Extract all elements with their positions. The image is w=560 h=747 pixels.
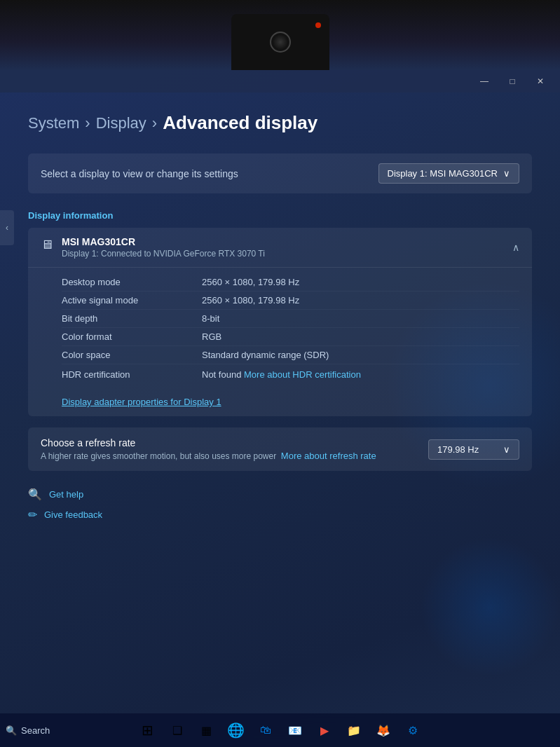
- glow-bottom-right: [420, 537, 560, 677]
- camera-bar: [0, 0, 560, 70]
- camera-lens: [270, 32, 291, 53]
- settings-window: — □ ✕ ‹ System › Display › Advanced disp…: [0, 70, 560, 747]
- media-icon[interactable]: ▶: [310, 716, 339, 744]
- store-icon[interactable]: 🛍: [252, 716, 280, 744]
- close-button[interactable]: ✕: [526, 71, 554, 91]
- explorer-icon[interactable]: 📁: [340, 716, 368, 744]
- display-selector-dropdown[interactable]: Display 1: MSI MAG301CR ∨: [378, 163, 520, 184]
- sidebar-toggle-button[interactable]: ‹: [0, 210, 14, 245]
- hdr-cert-link[interactable]: More about HDR certification: [244, 369, 361, 380]
- desktop-mode-value: 2560 × 1080, 179.98 Hz: [202, 277, 299, 287]
- display-info-header-left: 🖥 MSI MAG301CR Display 1: Connected to N…: [41, 236, 265, 259]
- monitor-subtitle: Display 1: Connected to NVIDIA GeForce R…: [62, 249, 265, 259]
- taskview-icon[interactable]: ❑: [163, 716, 191, 744]
- table-row: Bit depth 8-bit: [62, 310, 519, 328]
- refresh-rate-link[interactable]: More about refresh rate: [281, 451, 376, 461]
- help-links: 🔍 Get help ✏ Give feedback: [28, 488, 532, 521]
- table-row: Color format RGB: [62, 328, 519, 346]
- taskbar: 🔍 Search ⊞ ❑ ▦ 🌐 🛍 📧 ▶ 📁 🦊 ⚙: [0, 713, 560, 747]
- display-info-title-block: MSI MAG301CR Display 1: Connected to NVI…: [62, 236, 265, 259]
- camera-red-dot: [315, 22, 321, 28]
- give-feedback-icon: ✏: [28, 508, 37, 521]
- edge-icon[interactable]: 🌐: [222, 716, 250, 744]
- hdr-cert-label: HDR certification: [62, 369, 202, 380]
- hdr-cert-text: Not found: [202, 369, 244, 380]
- maximize-button[interactable]: □: [498, 71, 526, 91]
- color-space-label: Color space: [62, 350, 202, 360]
- table-row: Active signal mode 2560 × 1080, 179.98 H…: [62, 292, 519, 310]
- bit-depth-value: 8-bit: [202, 313, 219, 324]
- table-row: Desktop mode 2560 × 1080, 179.98 Hz: [62, 273, 519, 292]
- minimize-button[interactable]: —: [470, 71, 498, 91]
- breadcrumb-display[interactable]: Display: [96, 114, 146, 132]
- bit-depth-label: Bit depth: [62, 313, 202, 324]
- signal-mode-value: 2560 × 1080, 179.98 Hz: [202, 295, 299, 306]
- display-selector-value: Display 1: MSI MAG301CR: [388, 168, 498, 179]
- refresh-rate-value: 179.98 Hz: [437, 444, 479, 455]
- give-feedback-link[interactable]: ✏ Give feedback: [28, 508, 532, 521]
- firefox-icon[interactable]: 🦊: [369, 716, 397, 744]
- taskbar-icons: ⊞ ❑ ▦ 🌐 🛍 📧 ▶ 📁 🦊 ⚙: [134, 716, 427, 744]
- selector-label: Select a display to view or change its s…: [41, 168, 238, 179]
- taskbar-search-label: Search: [21, 725, 50, 736]
- display-info-section-title: Display information: [28, 210, 532, 221]
- titlebar: — □ ✕: [0, 70, 560, 92]
- widgets-icon[interactable]: ▦: [193, 716, 221, 744]
- taskbar-search[interactable]: 🔍 Search: [6, 725, 50, 736]
- start-icon[interactable]: ⊞: [134, 716, 162, 744]
- mail-icon[interactable]: 📧: [281, 716, 309, 744]
- adapter-link-row: Display adapter properties for Display 1: [28, 390, 532, 416]
- display-info-header[interactable]: 🖥 MSI MAG301CR Display 1: Connected to N…: [28, 228, 532, 268]
- refresh-rate-chevron-icon: ∨: [503, 444, 510, 455]
- monitor-name: MSI MAG301CR: [62, 236, 265, 247]
- color-format-value: RGB: [202, 331, 221, 342]
- breadcrumb-sep-1: ›: [85, 114, 90, 132]
- breadcrumb-sep-2: ›: [152, 114, 157, 132]
- refresh-rate-desc-text: A higher rate gives smoother motion, but…: [41, 451, 276, 461]
- refresh-rate-card: Choose a refresh rate A higher rate give…: [28, 427, 532, 471]
- adapter-properties-link[interactable]: Display adapter properties for Display 1: [62, 397, 221, 407]
- camera-device: [231, 14, 329, 70]
- display-selector-row: Select a display to view or change its s…: [28, 153, 532, 193]
- monitor-icon: 🖥: [41, 238, 53, 252]
- table-row: Color space Standard dynamic range (SDR): [62, 346, 519, 364]
- refresh-rate-title: Choose a refresh rate: [41, 437, 376, 448]
- desktop-mode-label: Desktop mode: [62, 277, 202, 287]
- display-info-rows: Desktop mode 2560 × 1080, 179.98 Hz Acti…: [28, 268, 532, 390]
- display-info-card: 🖥 MSI MAG301CR Display 1: Connected to N…: [28, 228, 532, 416]
- main-content: System › Display › Advanced display Sele…: [0, 92, 560, 535]
- breadcrumb-system[interactable]: System: [28, 114, 79, 132]
- refresh-rate-dropdown[interactable]: 179.98 Hz ∨: [428, 439, 519, 460]
- color-space-value: Standard dynamic range (SDR): [202, 350, 329, 360]
- signal-mode-label: Active signal mode: [62, 295, 202, 306]
- settings-taskbar-icon[interactable]: ⚙: [399, 716, 427, 744]
- refresh-card-left: Choose a refresh rate A higher rate give…: [41, 437, 376, 461]
- taskbar-search-icon: 🔍: [6, 725, 17, 736]
- display-info-chevron-icon: ∧: [512, 242, 519, 253]
- get-help-text: Get help: [49, 489, 83, 500]
- get-help-link[interactable]: 🔍 Get help: [28, 488, 532, 501]
- get-help-icon: 🔍: [28, 488, 42, 501]
- breadcrumb: System › Display › Advanced display: [28, 112, 532, 134]
- color-format-label: Color format: [62, 331, 202, 342]
- hdr-cert-value: Not found More about HDR certification: [202, 368, 361, 381]
- page-title: Advanced display: [163, 112, 317, 134]
- display-selector-chevron: ∨: [503, 168, 510, 179]
- give-feedback-text: Give feedback: [44, 509, 102, 520]
- table-row: HDR certification Not found More about H…: [62, 364, 519, 384]
- refresh-rate-desc: A higher rate gives smoother motion, but…: [41, 451, 376, 461]
